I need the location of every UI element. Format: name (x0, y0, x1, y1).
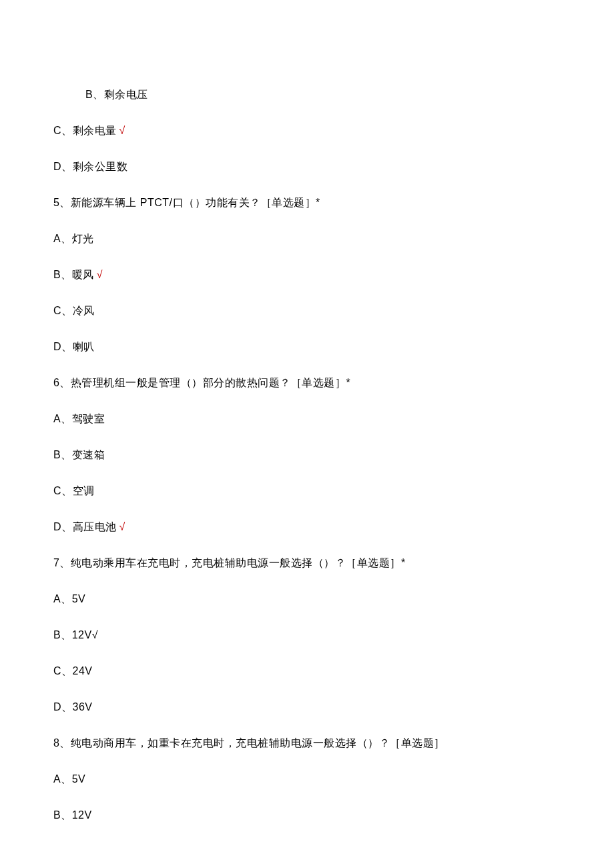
line-text: A、5V (53, 593, 85, 604)
line-text: B、变速箱 (53, 449, 105, 460)
text-line: A、驾驶室 (53, 411, 561, 427)
line-text: A、灯光 (53, 233, 94, 244)
text-line: A、5V (53, 771, 561, 787)
line-text: A、驾驶室 (53, 413, 105, 424)
line-text: C、24V (53, 665, 93, 677)
text-line: 8、纯电动商用车，如重卡在充电时，充电桩辅助电源一般选择（）？［单选题］ (53, 735, 561, 751)
line-text: B、暖风 (53, 269, 94, 280)
text-line: 7、纯电动乘用车在充电时，充电桩辅助电源一般选择（）？［单选题］* (53, 555, 561, 571)
line-text: C、空调 (53, 485, 95, 496)
text-line: C、空调 (53, 483, 561, 499)
text-line: B、12V√ (53, 627, 561, 643)
line-text: 7、纯电动乘用车在充电时，充电桩辅助电源一般选择（）？［单选题］* (53, 557, 406, 568)
check-mark: √ (119, 521, 125, 532)
line-text: 5、新能源车辆上 PTCT/口（）功能有关？［单选题］* (53, 197, 320, 208)
text-line: B、暖风√ (53, 267, 561, 283)
line-text: B、12V√ (53, 629, 98, 640)
text-line: D、剩余公里数 (53, 159, 561, 175)
text-line: 5、新能源车辆上 PTCT/口（）功能有关？［单选题］* (53, 195, 561, 211)
text-line: C、24V (53, 663, 561, 679)
text-line: A、灯光 (53, 231, 561, 247)
line-text: 8、纯电动商用车，如重卡在充电时，充电桩辅助电源一般选择（）？［单选题］ (53, 737, 445, 749)
check-mark: √ (119, 125, 125, 136)
check-mark: √ (97, 269, 103, 280)
text-line: D、喇叭 (53, 339, 561, 355)
line-text: B、剩余电压 (85, 89, 148, 100)
line-text: D、喇叭 (53, 341, 95, 352)
text-line: C、剩余电量√ (53, 123, 561, 139)
line-text: A、5V (53, 773, 85, 785)
text-line: C、冷风 (53, 303, 561, 319)
text-line: B、12V (53, 807, 561, 823)
text-line: B、剩余电压 (53, 87, 561, 103)
line-text: B、12V (53, 809, 92, 821)
text-line: 6、热管理机组一般是管理（）部分的散热问题？［单选题］* (53, 375, 561, 391)
text-line: D、高压电池√ (53, 519, 561, 535)
line-text: 6、热管理机组一般是管理（）部分的散热问题？［单选题］* (53, 377, 350, 388)
line-text: D、剩余公里数 (53, 161, 127, 172)
text-line: B、变速箱 (53, 447, 561, 463)
document-page: B、剩余电压C、剩余电量√D、剩余公里数5、新能源车辆上 PTCT/口（）功能有… (0, 0, 614, 868)
line-text: C、剩余电量 (53, 125, 117, 136)
text-line: D、36V (53, 699, 561, 715)
line-text: D、高压电池 (53, 521, 117, 532)
text-line: A、5V (53, 591, 561, 607)
line-text: D、36V (53, 701, 93, 713)
line-text: C、冷风 (53, 305, 95, 316)
